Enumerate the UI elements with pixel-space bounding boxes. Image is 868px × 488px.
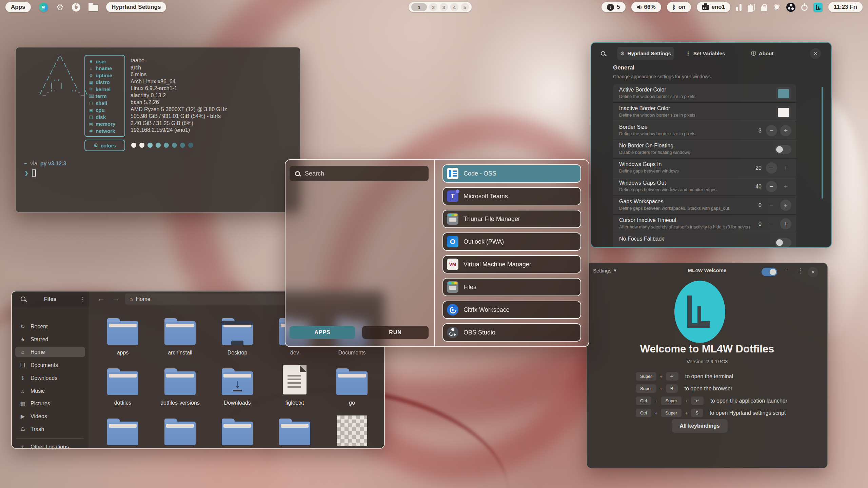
settings-search-icon[interactable] <box>601 51 605 56</box>
file-item[interactable]: go <box>328 367 376 395</box>
sidebar-item-starred[interactable]: ★Starred <box>15 334 85 345</box>
decrement-button[interactable]: − <box>766 218 777 229</box>
tab-set-variables[interactable]: ⋮ Set Variables <box>686 47 725 60</box>
no-border-on-floating-toggle[interactable] <box>775 145 791 154</box>
file-item[interactable]: Desktop <box>214 317 261 345</box>
launcher-item-files[interactable]: Files <box>442 278 581 296</box>
welcome-toggle[interactable] <box>762 268 777 276</box>
increment-button[interactable]: + <box>780 181 791 192</box>
workspace-5[interactable]: 5 <box>461 3 469 11</box>
all-keybindings-button[interactable]: All keybindings <box>672 419 728 433</box>
tab-hyprland-settings[interactable]: ⚙ Hyprland Settings <box>617 47 674 60</box>
launcher-item-code-oss[interactable]: Code - OSS <box>442 164 581 183</box>
inactive-border-color-swatch[interactable] <box>776 106 791 119</box>
bluetooth-icon: ᛒ <box>672 4 676 11</box>
increment-button[interactable]: + <box>780 218 791 229</box>
file-item[interactable]: dotfiles <box>99 367 146 395</box>
workspace-3[interactable]: 3 <box>440 3 448 11</box>
active-window-title: Hyprland Settings <box>106 2 166 12</box>
sidebar-item-downloads[interactable]: ↧Downloads <box>15 373 85 383</box>
increment-button[interactable]: + <box>780 162 791 174</box>
file-item[interactable]: archinstall <box>156 317 204 345</box>
stats-icon[interactable] <box>736 3 742 11</box>
active-border-color-swatch[interactable] <box>776 87 791 100</box>
workspace-4[interactable]: 4 <box>450 3 458 11</box>
close-icon[interactable]: ✕ <box>810 48 821 59</box>
settings-app-icon[interactable]: ⚙ <box>56 3 64 12</box>
welcome-window-title: ML4W Welcome <box>587 267 827 273</box>
sidebar-item-videos[interactable]: ▶Videos <box>15 411 85 422</box>
launcher-search-input[interactable]: Search <box>290 166 429 181</box>
close-icon[interactable]: ✕ <box>808 267 818 277</box>
ai-app-icon[interactable]: AI <box>39 3 48 12</box>
terminal-window[interactable]: /\ / \ / \ / ,, \ / | | \ /_-'' ''-_\ ☻u… <box>16 47 300 212</box>
forward-icon[interactable]: → <box>112 294 120 303</box>
clock[interactable]: 11:23 Fri <box>828 2 863 12</box>
workspace-1[interactable]: 1 <box>411 3 427 11</box>
sidebar-item-trash[interactable]: ♺Trash <box>15 424 85 434</box>
apps-menu-button[interactable]: Apps <box>5 2 31 12</box>
menu-kebab-icon[interactable]: ⋮ <box>797 267 803 274</box>
file-item[interactable]: ↓ Downloads <box>214 367 261 395</box>
updates-indicator[interactable]: ↓ 5 <box>601 2 625 12</box>
speaker-icon <box>637 5 642 9</box>
ml4w-welcome-window[interactable]: Settings ▾ ML4W Welcome – ⋮ ✕ Welcome to… <box>587 263 828 468</box>
terminal-cursor <box>32 169 36 177</box>
ml4w-tray-icon[interactable] <box>813 3 823 12</box>
file-item[interactable]: dotfiles-versions <box>156 367 204 395</box>
power-icon[interactable] <box>801 4 808 11</box>
minimize-icon[interactable]: – <box>785 266 789 273</box>
file-item[interactable] <box>214 418 261 445</box>
fetch-label: uptime <box>96 73 112 78</box>
launcher-item-outlook[interactable]: O Outlook (PWA) <box>442 232 581 251</box>
workspace-2[interactable]: 2 <box>429 3 437 11</box>
shell-prompt-line[interactable]: ❯ <box>24 169 36 177</box>
lock-icon[interactable] <box>761 6 767 11</box>
file-manager-app-icon[interactable] <box>88 5 98 11</box>
prompt-cwd: ~ <box>24 161 27 167</box>
sidebar-item-documents[interactable]: ❏Documents <box>15 360 85 370</box>
file-item[interactable] <box>328 415 376 446</box>
increment-button[interactable]: + <box>780 125 791 136</box>
file-item[interactable] <box>271 418 318 445</box>
launcher-item-obs-studio[interactable]: OBS Studio <box>442 323 581 342</box>
hyprland-settings-window[interactable]: ⚙ Hyprland Settings ⋮ Set Variables ⓘ Ab… <box>591 42 832 248</box>
launcher-item-thunar[interactable]: Thunar File Manager <box>442 210 581 228</box>
tab-about[interactable]: ⓘ About <box>751 47 773 60</box>
workspace-switcher[interactable]: 1 2 3 4 5 <box>409 2 472 12</box>
sidebar-item-pictures[interactable]: ▨Pictures <box>15 398 85 409</box>
network-indicator[interactable]: eno1 <box>697 2 731 12</box>
apps-tab-button[interactable]: APPS <box>290 326 355 339</box>
files-menu-icon[interactable]: ⋮ <box>80 296 86 303</box>
decrement-button[interactable]: − <box>766 162 777 174</box>
sidebar-item-home[interactable]: ⌂Home <box>15 347 85 357</box>
fetch-label: network <box>96 128 115 134</box>
file-item[interactable]: apps <box>99 317 146 345</box>
clipboard-icon[interactable] <box>750 4 755 11</box>
no-focus-fallback-toggle[interactable] <box>775 238 791 247</box>
decrement-button[interactable]: − <box>766 181 777 192</box>
settings-scrollbar[interactable] <box>822 87 823 199</box>
sidebar-item-other-locations[interactable]: +Other Locations <box>15 442 85 449</box>
volume-indicator[interactable]: 66% <box>631 2 661 12</box>
launcher-item-microsoft-teams[interactable]: T Microsoft Teams <box>442 187 581 205</box>
sidebar-item-music[interactable]: ♫Music <box>15 386 85 396</box>
increment-button[interactable]: + <box>780 200 791 211</box>
chrome-app-icon[interactable] <box>72 3 80 12</box>
launcher-item-virtual-machine-manager[interactable]: VM Virtual Machine Manager <box>442 255 581 273</box>
obs-tray-icon[interactable] <box>786 3 795 12</box>
starburst-icon[interactable]: ✹ <box>773 3 781 12</box>
launcher-item-label: Virtual Machine Manager <box>463 261 531 268</box>
sidebar-item-recent[interactable]: ↻Recent <box>15 321 85 332</box>
decrement-button[interactable]: − <box>766 125 777 136</box>
bluetooth-indicator[interactable]: ᛒ on <box>667 2 691 12</box>
back-icon[interactable]: ← <box>97 294 105 303</box>
launcher-item-citrix-workspace[interactable]: Citrix Workspace <box>442 301 581 319</box>
file-item[interactable]: figlet.txt <box>271 365 318 394</box>
file-item[interactable] <box>99 418 146 445</box>
file-item[interactable] <box>156 418 204 445</box>
decrement-button[interactable]: − <box>766 200 777 211</box>
fetch-value: 6 mins <box>131 71 227 78</box>
run-tab-button[interactable]: RUN <box>362 326 429 339</box>
list-icon: ⋮ <box>686 50 691 57</box>
